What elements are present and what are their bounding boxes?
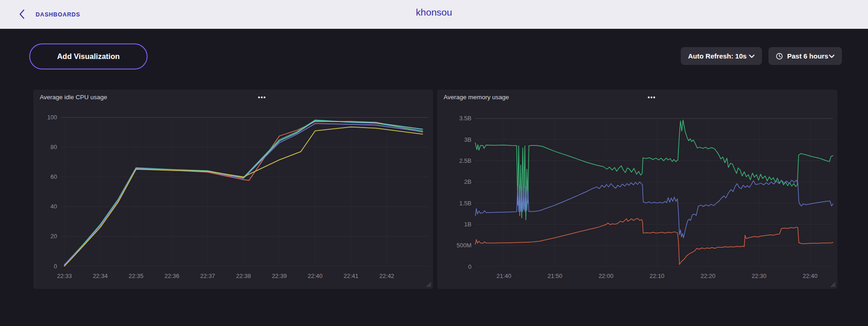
- svg-text:3.5B: 3.5B: [459, 115, 471, 122]
- svg-text:0: 0: [54, 263, 57, 270]
- ellipsis-icon: [258, 96, 260, 98]
- panel-title: Average memory usage: [444, 94, 509, 101]
- add-visualization-button[interactable]: Add Visualization: [29, 43, 148, 69]
- top-bar: DASHBOARDS khonsou: [0, 0, 868, 29]
- svg-text:22:41: 22:41: [344, 273, 359, 279]
- svg-text:3B: 3B: [464, 136, 471, 143]
- svg-text:22:34: 22:34: [93, 273, 108, 279]
- svg-text:22:30: 22:30: [752, 273, 767, 279]
- panel-title: Average idle CPU usage: [40, 94, 107, 101]
- memory-chart-canvas[interactable]: 0500M1B1.5B2B2.5B3B3.5B21:4021:5022:0022…: [437, 90, 837, 289]
- svg-text:40: 40: [51, 203, 57, 210]
- ellipsis-icon: [648, 96, 650, 98]
- svg-text:0: 0: [468, 263, 471, 270]
- svg-text:22:42: 22:42: [379, 273, 394, 279]
- svg-text:80: 80: [51, 144, 57, 150]
- svg-text:22:39: 22:39: [272, 273, 287, 279]
- svg-text:22:37: 22:37: [200, 273, 215, 279]
- svg-text:2B: 2B: [464, 178, 471, 185]
- page-title: khonsou: [0, 7, 868, 18]
- panel-menu-button[interactable]: [257, 96, 266, 99]
- dashboard-app: DASHBOARDS khonsou Add Visualization Aut…: [0, 0, 868, 326]
- panel-menu-button[interactable]: [647, 96, 656, 99]
- time-range-dropdown[interactable]: Past 6 hours: [768, 47, 842, 65]
- auto-refresh-label: Auto Refresh: 10s: [688, 52, 746, 60]
- svg-text:100: 100: [47, 114, 57, 121]
- svg-text:22:40: 22:40: [308, 273, 323, 279]
- svg-text:1.5B: 1.5B: [459, 200, 471, 207]
- svg-text:1B: 1B: [464, 221, 471, 228]
- svg-text:22:20: 22:20: [701, 273, 716, 279]
- svg-text:500M: 500M: [456, 242, 471, 249]
- resize-handle-icon[interactable]: [830, 281, 836, 287]
- svg-text:2.5B: 2.5B: [459, 157, 471, 164]
- svg-text:21:40: 21:40: [497, 273, 512, 279]
- svg-text:60: 60: [51, 173, 57, 180]
- svg-text:22:00: 22:00: [598, 273, 614, 279]
- svg-text:21:50: 21:50: [547, 273, 562, 279]
- chevron-down-icon: [749, 54, 755, 58]
- svg-text:22:35: 22:35: [129, 273, 144, 279]
- svg-text:20: 20: [51, 233, 57, 240]
- chevron-down-icon: [829, 54, 835, 58]
- svg-text:22:38: 22:38: [236, 273, 251, 279]
- resize-handle-icon[interactable]: [425, 281, 431, 287]
- svg-text:22:36: 22:36: [164, 273, 180, 279]
- svg-text:22:40: 22:40: [803, 273, 818, 279]
- clock-icon: [776, 53, 783, 60]
- panel-memory-usage: 0500M1B1.5B2B2.5B3B3.5B21:4021:5022:0022…: [437, 90, 837, 289]
- panel-cpu-usage: 02040608010022:3322:3422:3522:3622:3722:…: [33, 90, 433, 289]
- auto-refresh-dropdown[interactable]: Auto Refresh: 10s: [681, 47, 762, 65]
- svg-text:22:10: 22:10: [650, 273, 665, 279]
- cpu-chart-canvas[interactable]: 02040608010022:3322:3422:3522:3622:3722:…: [33, 90, 433, 289]
- time-range-label: Past 6 hours: [787, 52, 828, 60]
- svg-text:22:33: 22:33: [57, 273, 72, 279]
